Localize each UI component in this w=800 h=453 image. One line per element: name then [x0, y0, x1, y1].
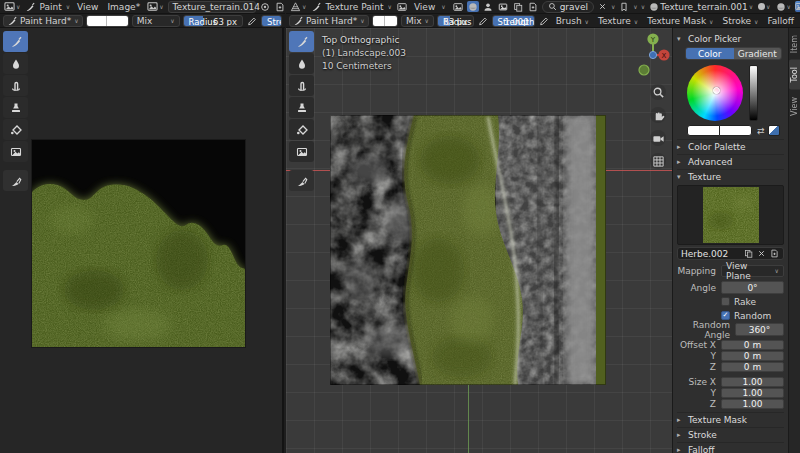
material-selector[interactable]: Texture_terrain.001∨: [648, 2, 754, 12]
viewport-canvas[interactable]: Top Orthographic (1) Landscape.003 10 Ce…: [286, 28, 672, 453]
rake-checkbox[interactable]: [721, 297, 730, 306]
paint-mode-selector[interactable]: Paint∨: [24, 2, 71, 12]
tool-draw[interactable]: [289, 31, 314, 52]
panel-texture[interactable]: ▾Texture: [677, 169, 784, 184]
terrain-plane[interactable]: [330, 115, 606, 385]
tool-soften[interactable]: [289, 53, 314, 74]
strength-pressure-icon[interactable]: [538, 16, 550, 26]
mapping-dropdown[interactable]: View Plane∨: [721, 265, 784, 277]
tab-item[interactable]: Item: [789, 28, 800, 60]
offset-y-field[interactable]: 0 m: [721, 351, 784, 361]
panel-advanced[interactable]: ▸Advanced: [677, 154, 784, 169]
unlink-texture-icon[interactable]: [756, 249, 767, 258]
browse-image-icon[interactable]: [259, 2, 271, 12]
screen-icon[interactable]: [527, 2, 539, 12]
blend-mode-dropdown[interactable]: Mix∨: [401, 15, 434, 27]
background-color-swatch[interactable]: [719, 125, 752, 136]
panel-color-palette[interactable]: ▸Color Palette: [677, 139, 784, 154]
image-name-field[interactable]: Texture_terrain.014: [168, 1, 256, 13]
brush-selector[interactable]: Paint Hard*∨: [289, 15, 369, 27]
editor-type-button[interactable]: ∨: [289, 1, 307, 12]
tool-fill[interactable]: [3, 119, 28, 140]
radius-slider[interactable]: Radius63 px: [437, 15, 474, 27]
tab-color[interactable]: Color: [686, 48, 734, 59]
mode-selector[interactable]: Texture Paint∨: [310, 2, 392, 12]
painted-texture-image[interactable]: [32, 140, 245, 347]
duplicate-texture-icon[interactable]: [743, 249, 754, 258]
unified-color-toggle[interactable]: [768, 125, 780, 136]
color-wheel-cursor[interactable]: [713, 87, 720, 94]
size-y-field[interactable]: 1.00: [721, 388, 784, 398]
tool-draw[interactable]: [3, 31, 28, 52]
panel-stroke[interactable]: ▸Stroke: [677, 427, 784, 442]
texture-slot-icon[interactable]: [396, 2, 408, 12]
stencil-mask-icon[interactable]: [497, 2, 509, 12]
tool-soften[interactable]: [3, 53, 28, 74]
size-z-field[interactable]: 1.00: [721, 399, 784, 409]
tool-smear[interactable]: [3, 75, 28, 96]
pan-hand-icon[interactable]: [650, 107, 666, 123]
primary-color[interactable]: [87, 16, 108, 26]
strength-slider[interactable]: Strength1.000: [492, 15, 535, 27]
popover-texture-mask[interactable]: Texture Mask ∨: [644, 16, 716, 26]
tool-fill[interactable]: [289, 119, 314, 140]
image-editor-canvas[interactable]: [0, 28, 284, 453]
secondary-color[interactable]: [385, 16, 397, 26]
secondary-color[interactable]: [107, 16, 127, 26]
offset-z-field[interactable]: 0 m: [721, 362, 784, 372]
angle-field[interactable]: 0°: [721, 281, 784, 294]
shading-sphere-icon[interactable]: [467, 1, 479, 12]
zoom-icon[interactable]: [650, 84, 666, 100]
tab-view[interactable]: View: [789, 90, 800, 123]
shading-dropdown[interactable]: ∨: [775, 2, 792, 12]
popover-brush[interactable]: Brush ∨: [553, 16, 592, 26]
image-menu[interactable]: Image*: [104, 2, 143, 12]
ortho-grid-icon[interactable]: [650, 153, 666, 169]
render-preview-icon-blue[interactable]: [795, 1, 800, 12]
popover-falloff[interactable]: Falloff: [764, 16, 797, 26]
paint-mask-image-icon[interactable]: [452, 2, 464, 12]
light-dropdown[interactable]: ∨: [757, 3, 771, 10]
swap-colors-icon[interactable]: ⇄: [757, 126, 765, 136]
value-slider[interactable]: [749, 65, 758, 121]
color-wheel[interactable]: [687, 65, 743, 121]
camera-view-icon[interactable]: [650, 130, 666, 146]
new-image-icon[interactable]: [274, 2, 285, 12]
foreground-color-swatch[interactable]: [687, 125, 720, 136]
tool-mask[interactable]: [3, 141, 28, 162]
editor-type-button[interactable]: ∨: [3, 1, 21, 12]
tool-mask[interactable]: [289, 141, 314, 162]
brush-color-swatches[interactable]: [86, 15, 129, 27]
copy-icon[interactable]: [512, 2, 524, 12]
tool-smear[interactable]: [289, 75, 314, 96]
clear-search-icon[interactable]: [597, 2, 608, 11]
bookmark-icon[interactable]: [618, 2, 630, 12]
brush-selector[interactable]: Paint Hard*∨: [3, 15, 83, 27]
radius-pressure-icon[interactable]: [246, 16, 258, 26]
radius-slider[interactable]: Radius63 px: [183, 15, 243, 27]
panel-falloff[interactable]: ▸Falloff: [677, 442, 784, 453]
texture-preview[interactable]: [677, 185, 784, 245]
radius-pressure-icon[interactable]: [477, 16, 489, 26]
tool-clone[interactable]: [3, 97, 28, 118]
popover-stroke[interactable]: Stroke ∨: [719, 16, 761, 26]
blend-mode-dropdown[interactable]: Mix∨: [132, 15, 180, 27]
tool-clone[interactable]: [289, 97, 314, 118]
search-input[interactable]: gravel: [542, 1, 594, 13]
new-texture-icon[interactable]: [769, 249, 780, 258]
tool-annotate[interactable]: [289, 170, 314, 191]
offset-x-field[interactable]: 0 m: [721, 340, 784, 350]
tab-tool[interactable]: Tool: [789, 60, 800, 90]
brush-color-swatches[interactable]: [372, 15, 398, 27]
view-menu[interactable]: View: [74, 2, 101, 12]
tab-gradient[interactable]: Gradient: [734, 48, 782, 59]
primary-color[interactable]: [373, 16, 385, 26]
random-angle-field[interactable]: 360°: [735, 323, 784, 336]
panel-texture-mask[interactable]: ▸Texture Mask: [677, 412, 784, 427]
navigation-gizmo[interactable]: Y X: [636, 30, 670, 82]
popover-texture[interactable]: Texture ∨: [595, 16, 641, 26]
view-menu[interactable]: View: [411, 2, 438, 12]
strength-slider[interactable]: Streng: [261, 15, 282, 27]
value-slider-handle[interactable]: [750, 66, 757, 70]
tool-annotate[interactable]: [3, 170, 28, 191]
